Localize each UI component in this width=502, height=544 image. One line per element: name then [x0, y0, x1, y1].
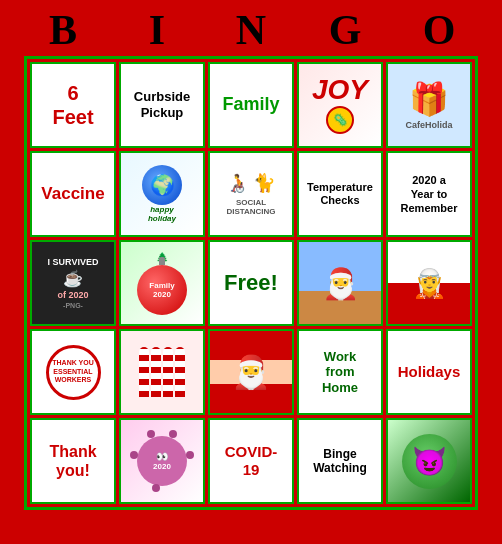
binge-text: BingeWatching — [313, 447, 367, 476]
cell-thankyou: Thankyou! — [30, 418, 116, 504]
holidays-text: Holidays — [398, 363, 461, 381]
thankyou-text: Thankyou! — [49, 442, 96, 480]
spike-4 — [130, 451, 138, 459]
candy-cane-4 — [175, 347, 185, 397]
6feet-text: 6Feet — [52, 81, 93, 129]
cell-grinch: 😈 — [386, 418, 472, 504]
gift-emoji: 🎁 — [409, 80, 449, 118]
cell-tempcheck: TemperatureChecks — [297, 151, 383, 237]
santa-icon: 🎅 — [210, 331, 292, 413]
isurvived-sub: -PNG- — [63, 302, 83, 309]
candy-cane-3 — [163, 347, 173, 397]
isurvived-text: I SURVIVED — [48, 257, 99, 267]
letter-o: O — [401, 6, 477, 54]
ornament-text: Family2020 — [149, 281, 174, 299]
2020year-text: 2020 aYear toRemember — [401, 173, 458, 216]
cell-candy — [119, 329, 205, 415]
isurvived-content: I SURVIVED ☕ of 2020 -PNG- — [32, 242, 114, 324]
socialdist-label: SOCIAL DISTANCING — [214, 198, 288, 216]
covid-face: 👀 2020 — [153, 451, 171, 471]
grinch-emoji: 😈 — [412, 445, 447, 478]
joy-text: JOY — [312, 76, 368, 104]
letter-n: N — [213, 6, 289, 54]
curbside-text: CurbsidePickup — [134, 89, 190, 120]
happyhol-text: happyholiday — [148, 205, 176, 223]
elf2-icon: 🧝 — [388, 242, 470, 324]
bingo-header: B I N G O — [16, 0, 486, 56]
tempcheck-text: TemperatureChecks — [307, 181, 373, 207]
globe-icon: 🌍 — [142, 165, 182, 205]
cell-socialdist: 🧑‍🦽 🐈 SOCIAL DISTANCING — [208, 151, 294, 237]
essential-text: THANK YOUESSENTIALWORKERS — [52, 359, 93, 384]
ornament-content: 🌲 Family2020 — [137, 252, 187, 315]
cell-6feet: 6Feet — [30, 62, 116, 148]
candy-cane-2 — [151, 347, 161, 397]
joy-circle: 🦠 — [326, 106, 354, 134]
cell-family: Family — [208, 62, 294, 148]
bingo-grid: 6Feet CurbsidePickup Family JOY 🦠 🎁 Cafe… — [24, 56, 478, 510]
covid-monster-body: 👀 2020 — [137, 436, 187, 486]
cell-joy: JOY 🦠 — [297, 62, 383, 148]
essential-circle: THANK YOUESSENTIALWORKERS — [46, 345, 101, 400]
cell-ornament: 🌲 Family2020 — [119, 240, 205, 326]
cell-2020year: 2020 aYear toRemember — [386, 151, 472, 237]
spike-2 — [169, 430, 177, 438]
letter-i: I — [119, 6, 195, 54]
isurvived-icon: ☕ — [63, 269, 83, 288]
vaccine-text: Vaccine — [41, 184, 104, 204]
letter-g: G — [307, 6, 383, 54]
isurvived-year: of 2020 — [57, 290, 88, 300]
cell-holidays: Holidays — [386, 329, 472, 415]
spike-1 — [147, 430, 155, 438]
gift-icon: 🎁 CafeHolida — [405, 80, 452, 130]
cell-essential: THANK YOUESSENTIALWORKERS — [30, 329, 116, 415]
ornament-ball: Family2020 — [137, 265, 187, 315]
letter-b: B — [25, 6, 101, 54]
candy-cane-1 — [139, 347, 149, 397]
family-text: Family — [222, 94, 279, 116]
cell-vaccine: Vaccine — [30, 151, 116, 237]
covidmonster-content: 👀 2020 — [137, 436, 187, 486]
cell-gift: 🎁 CafeHolida — [386, 62, 472, 148]
socialdist-content: 🧑‍🦽 🐈 SOCIAL DISTANCING — [214, 157, 288, 231]
cell-elf1: 🎅 — [297, 240, 383, 326]
dist-icons: 🧑‍🦽 🐈 — [226, 172, 275, 194]
cell-free: Free! — [208, 240, 294, 326]
free-text: Free! — [224, 270, 278, 296]
cell-curbside: CurbsidePickup — [119, 62, 205, 148]
covid19-text: COVID-19 — [225, 443, 278, 479]
cell-covidmonster: 👀 2020 — [119, 418, 205, 504]
covid-eyes: 👀 — [156, 451, 168, 462]
wfh-text: WorkfromHome — [322, 349, 358, 396]
candy-content — [139, 347, 185, 397]
gift-label: CafeHolida — [405, 120, 452, 130]
cell-happyhol: 🌍 happyholiday — [119, 151, 205, 237]
cell-covid19text: COVID-19 — [208, 418, 294, 504]
cell-wfh: WorkfromHome — [297, 329, 383, 415]
grinch-face: 😈 — [402, 434, 457, 489]
spike-5 — [186, 451, 194, 459]
cell-elf2: 🧝 — [386, 240, 472, 326]
cell-santa: 🎅 — [208, 329, 294, 415]
cell-binge: BingeWatching — [297, 418, 383, 504]
happyhol-content: 🌍 happyholiday — [142, 165, 182, 223]
cell-isurvived: I SURVIVED ☕ of 2020 -PNG- — [30, 240, 116, 326]
essential-content: THANK YOUESSENTIALWORKERS — [46, 345, 101, 400]
spike-3 — [152, 484, 160, 492]
covid-year: 2020 — [153, 462, 171, 471]
elf1-icon: 🎅 — [299, 242, 381, 324]
